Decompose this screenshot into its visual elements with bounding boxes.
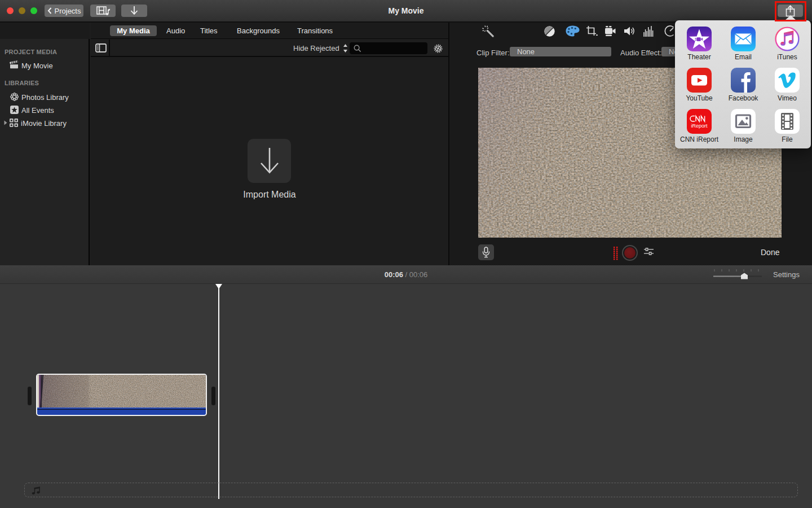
svg-text:iReport: iReport [691,123,708,129]
